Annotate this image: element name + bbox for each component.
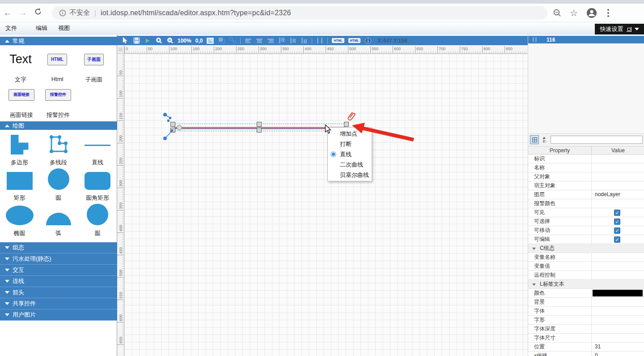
property-row[interactable]: 背景 ✓ <box>528 298 644 307</box>
reload-icon[interactable] <box>30 8 46 18</box>
property-value[interactable]: ✓ <box>592 208 644 217</box>
section-header-general[interactable]: 常规 <box>0 37 117 45</box>
background-image-icon[interactable] <box>207 37 214 44</box>
resize-handle-right[interactable] <box>344 122 349 127</box>
property-row[interactable]: L标签文本 ✓ <box>528 280 644 289</box>
info-icon[interactable] <box>59 9 66 17</box>
section-header-collapsed[interactable]: 组态 <box>0 242 117 253</box>
info-icon[interactable] <box>364 37 372 44</box>
align-left-icon[interactable] <box>245 37 252 44</box>
shape-tool[interactable]: 圆 <box>39 167 78 203</box>
section-header-collapsed[interactable]: 箭头 <box>0 287 117 298</box>
property-value[interactable]: ✓ <box>592 262 644 270</box>
section-header-drawing[interactable]: 绘图 <box>0 121 117 130</box>
property-value[interactable]: ✓ <box>592 235 644 244</box>
html-preview-icon[interactable]: HTML <box>348 38 360 43</box>
checkbox-checked-icon[interactable]: ✓ <box>614 210 620 216</box>
zoom-out-page-icon[interactable] <box>553 9 562 17</box>
shape-tool[interactable]: 弧 <box>39 203 78 238</box>
property-value[interactable]: nodeLayer ✓ <box>592 190 644 199</box>
context-menu-item[interactable]: 二次曲线 <box>328 159 372 170</box>
shape-tool[interactable]: 椭圆 <box>0 203 39 238</box>
property-row[interactable]: 报警颜色 ✓ <box>528 199 644 208</box>
alphabetical-sort-icon[interactable]: A2↓ <box>540 135 549 144</box>
property-value[interactable]: ✓ <box>592 172 644 181</box>
distribute-h-icon[interactable] <box>316 37 323 44</box>
align-center-icon[interactable] <box>256 37 263 44</box>
menu-item[interactable]: 视图 <box>53 22 75 34</box>
palette-item-alarm-control[interactable]: 报警控件 报警控件 <box>39 85 77 119</box>
bookmark-star-icon[interactable]: ☆ <box>570 8 578 18</box>
checkbox-checked-icon[interactable]: ✓ <box>614 236 620 243</box>
section-header-collapsed[interactable]: 交互 <box>0 265 117 276</box>
zoom-in-icon[interactable] <box>155 37 162 44</box>
property-value[interactable]: ✓ <box>592 226 644 235</box>
checkbox-checked-icon[interactable]: ✓ <box>614 219 620 225</box>
context-menu-item[interactable]: 贝塞尔曲线 <box>328 170 372 180</box>
property-row[interactable]: 可编辑 ✓ <box>528 235 644 244</box>
section-header-collapsed[interactable]: 污水处理(静态) <box>0 253 117 265</box>
property-row[interactable]: 可选择 ✓ <box>528 217 644 226</box>
object-tree-area[interactable] <box>528 43 644 134</box>
property-value[interactable]: ✓ <box>592 253 644 262</box>
palette-item-text[interactable]: Text 文字 <box>3 49 38 84</box>
property-row[interactable]: 可移动 ✓ <box>528 226 644 235</box>
property-row[interactable]: 远程控制 ✓ <box>528 271 644 280</box>
property-value[interactable]: ✓ <box>592 334 644 342</box>
section-header-collapsed[interactable]: 连线 <box>0 276 117 287</box>
property-value[interactable]: ✓ <box>592 316 644 324</box>
property-row[interactable]: x偏移 0 ✓ <box>528 352 644 356</box>
shape-tool[interactable]: 直线 <box>78 132 117 167</box>
property-value[interactable]: ✓ <box>592 217 644 226</box>
checkbox-checked-icon[interactable]: ✓ <box>614 227 620 234</box>
property-row[interactable]: 颜色 ✓ <box>528 289 644 298</box>
quick-settings-button[interactable]: 快速设置 <box>595 24 644 34</box>
url-bar[interactable]: 不安全 | iot.idosp.net/html/scada/editor.as… <box>52 6 547 20</box>
property-value[interactable]: ✓ <box>592 199 644 208</box>
property-row[interactable]: 标识 ✓ <box>528 154 644 163</box>
palette-item-html[interactable]: HTML Html <box>39 49 75 82</box>
align-right-icon[interactable] <box>267 37 274 44</box>
color-swatch[interactable] <box>593 290 643 296</box>
property-row[interactable]: 位置 31 ✓ <box>528 343 644 352</box>
property-row[interactable]: 字体 ✓ <box>528 307 644 316</box>
property-row[interactable]: C组态 ✓ <box>528 244 644 253</box>
cursor-tool-icon[interactable] <box>122 37 129 44</box>
palette-item-screen-link[interactable]: 画面链接 画面链接 <box>4 85 39 119</box>
section-header-collapsed[interactable]: 用户图片 <box>0 309 117 321</box>
property-value[interactable]: ✓ <box>592 163 644 172</box>
property-value[interactable]: ✓ <box>592 154 644 163</box>
ungroup-icon[interactable] <box>229 37 236 44</box>
property-value[interactable]: ✓ <box>592 181 644 190</box>
align-middle-icon[interactable] <box>289 37 297 44</box>
property-row[interactable]: 变量名称 ✓ <box>528 253 644 262</box>
shape-tool[interactable]: 矩形 <box>0 167 39 203</box>
group-icon[interactable] <box>218 37 225 44</box>
property-row[interactable]: 可见 ✓ <box>528 208 644 217</box>
property-row[interactable]: 变量值 ✓ <box>528 262 644 271</box>
back-icon[interactable]: ← <box>0 8 15 18</box>
property-filter-input[interactable] <box>551 136 643 144</box>
save-icon[interactable] <box>133 37 140 44</box>
property-row[interactable]: 字体尺寸 ✓ <box>528 334 644 343</box>
property-value[interactable]: 31 ✓ <box>592 343 644 351</box>
shape-tool[interactable]: 圆角矩形 <box>78 167 117 203</box>
context-menu-item[interactable]: 直线 <box>328 149 372 159</box>
property-value[interactable]: ✓ <box>592 289 644 297</box>
html-source-icon[interactable]: HTML <box>332 38 344 43</box>
property-value[interactable]: ✓ <box>592 280 644 288</box>
property-value[interactable]: ✓ <box>592 298 644 306</box>
property-row[interactable]: 父对象 ✓ <box>528 172 644 181</box>
url-text[interactable]: iot.idosp.net/html/scada/editor.aspx.htm… <box>101 9 291 17</box>
property-row[interactable]: 字体深度 ✓ <box>528 325 644 334</box>
property-row[interactable]: 字形 ✓ <box>528 316 644 325</box>
shape-tool[interactable]: 圆 <box>78 203 117 238</box>
forward-icon[interactable]: → <box>15 8 30 18</box>
property-value[interactable]: ✓ <box>592 307 644 315</box>
menu-item[interactable]: 文件 <box>0 22 22 34</box>
resize-handle-middle-top[interactable] <box>257 122 262 127</box>
shape-tool[interactable]: 多边形 <box>0 132 39 167</box>
property-value[interactable]: ✓ <box>592 325 644 333</box>
property-value[interactable]: 0 ✓ <box>592 352 644 356</box>
property-value[interactable]: ✓ <box>592 271 644 279</box>
